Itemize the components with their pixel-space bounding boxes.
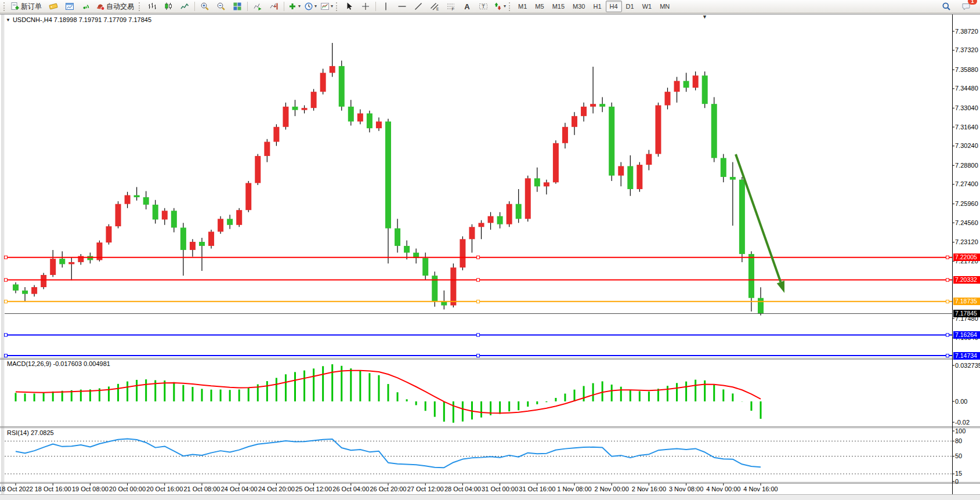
periods-button[interactable]: ▾ — [302, 0, 319, 13]
line-handle[interactable] — [5, 354, 8, 357]
line-handle[interactable] — [946, 354, 949, 357]
candle-chart-button[interactable] — [160, 0, 176, 13]
templates-button[interactable]: ▾ — [319, 0, 335, 13]
crosshair-button[interactable] — [357, 0, 374, 13]
candle-body — [534, 178, 540, 186]
macd-tick-label: 0.00 — [955, 398, 967, 405]
timeframe-button-H1[interactable]: H1 — [589, 1, 605, 12]
shapes-button[interactable]: ▾ — [491, 0, 508, 13]
timeframe-button-W1[interactable]: W1 — [638, 1, 656, 12]
macd-indicator-label: MACD(12,26,9) -0.017603 0.004981 — [7, 360, 110, 367]
time-tick-label: 1 Nov 08:00 — [557, 485, 591, 492]
candle-body — [637, 165, 642, 189]
fibonacci-button[interactable]: F — [443, 0, 459, 13]
line-handle[interactable] — [946, 278, 949, 281]
candle-body — [721, 158, 726, 177]
toolbar-drag-handle — [509, 2, 512, 11]
candle-body — [245, 183, 251, 211]
new-order-button[interactable]: 新订单 — [9, 0, 45, 13]
line-price-tag-7.18735: 7.18735 — [953, 298, 980, 305]
candle-body — [255, 156, 261, 183]
text-button[interactable]: A — [459, 0, 475, 13]
rsi-tick-label: 80 — [955, 437, 962, 444]
candle-body — [227, 219, 233, 224]
line-handle[interactable] — [477, 300, 480, 303]
svg-text:T: T — [482, 3, 485, 9]
line-handle[interactable] — [946, 256, 949, 259]
svg-text:E: E — [436, 7, 439, 11]
price-tick-label: 7.37320 — [955, 46, 978, 53]
line-price-tag-7.22005: 7.22005 — [953, 253, 980, 261]
time-tick-label: 25 Oct 12:00 — [295, 485, 332, 492]
zoom-out-button[interactable] — [213, 0, 229, 13]
line-handle[interactable] — [5, 278, 8, 281]
bar-chart-button[interactable] — [144, 0, 160, 13]
candle-body — [348, 107, 354, 122]
candle-body — [609, 107, 614, 176]
candle-body — [273, 127, 279, 142]
candle-body — [422, 258, 428, 276]
candle-body — [115, 204, 121, 226]
timeframe-button-M1[interactable]: M1 — [514, 1, 531, 12]
text-label-button[interactable]: T — [475, 0, 491, 13]
line-handle[interactable] — [5, 334, 8, 336]
line-handle[interactable] — [946, 334, 949, 336]
time-tick-label: 2 Nov 16:00 — [632, 485, 666, 492]
time-tick-label: 18 Oct 2022 — [0, 485, 33, 492]
autotrading-button[interactable]: 自动交易 — [94, 0, 138, 13]
line-handle[interactable] — [5, 256, 8, 259]
line-chart-icon — [180, 2, 189, 11]
ticket-button[interactable] — [45, 0, 62, 13]
line-chart-button[interactable] — [176, 0, 193, 13]
timeframe-button-D1[interactable]: D1 — [622, 1, 638, 12]
candle-body — [469, 227, 475, 239]
candle-body — [497, 216, 503, 224]
svg-text:A: A — [464, 2, 470, 11]
tile-windows-button[interactable] — [229, 0, 245, 13]
timeframe-button-M5[interactable]: M5 — [531, 1, 548, 12]
line-handle[interactable] — [477, 354, 480, 357]
chart-shift-marker[interactable]: ▼ — [702, 14, 707, 20]
chevron-down-icon: ▾ — [331, 4, 333, 9]
metatrader-app: 新订单自动交易▾▾▾EFAT▾M1M5M15M30H1H4D1W1MN1 ▼ U… — [0, 0, 980, 500]
vline-button[interactable] — [378, 0, 394, 13]
timeframe-button-MN[interactable]: MN — [656, 1, 674, 12]
zoom-in-button[interactable] — [197, 0, 213, 13]
line-handle[interactable] — [5, 300, 8, 303]
cursor-button[interactable] — [341, 0, 357, 13]
line-handle[interactable] — [477, 278, 480, 281]
timeframe-button-M15[interactable]: M15 — [548, 1, 569, 12]
timeframe-button-M30[interactable]: M30 — [569, 1, 589, 12]
time-tick-label: 2 Nov 00:00 — [595, 485, 629, 492]
candle-body — [655, 106, 661, 154]
line-handle[interactable] — [477, 256, 480, 259]
candle-body — [22, 291, 28, 294]
channel-button[interactable]: E — [426, 0, 443, 13]
time-tick-label: 18 Oct 16:00 — [35, 485, 71, 492]
signal-button[interactable] — [78, 0, 94, 13]
text-icon: A — [462, 2, 472, 11]
symbol-dropdown-icon[interactable]: ▼ — [6, 17, 10, 23]
timeframe-button-H4[interactable]: H4 — [606, 1, 622, 12]
trendline-button[interactable] — [410, 0, 426, 13]
main-toolbar: 新订单自动交易▾▾▾EFAT▾M1M5M15M30H1H4D1W1MN1 — [0, 0, 980, 13]
indicators-button[interactable]: ▾ — [286, 0, 302, 13]
chart-shift-button[interactable] — [266, 0, 282, 13]
chart-title: ▼ USDCNH-,H4 7.18998 7.19791 7.17709 7.1… — [6, 16, 151, 23]
auto-scroll-button[interactable] — [249, 0, 266, 13]
candle-body — [143, 197, 149, 205]
chat-button[interactable]: 1 — [958, 0, 974, 13]
shapes-icon — [493, 2, 502, 11]
search-button[interactable] — [938, 0, 954, 13]
line-handle[interactable] — [477, 334, 480, 336]
toolbar-separator — [284, 2, 284, 11]
chart-window-icon — [65, 2, 74, 11]
candle-body — [693, 75, 699, 88]
chart-window-button[interactable] — [62, 0, 78, 13]
toolbar-separator — [194, 2, 195, 11]
hline-button[interactable] — [394, 0, 410, 13]
line-handle[interactable] — [946, 300, 949, 303]
time-tick-label: 27 Oct 12:00 — [407, 485, 444, 492]
chart-canvas[interactable] — [0, 0, 980, 500]
zoom-out-icon — [216, 2, 226, 11]
